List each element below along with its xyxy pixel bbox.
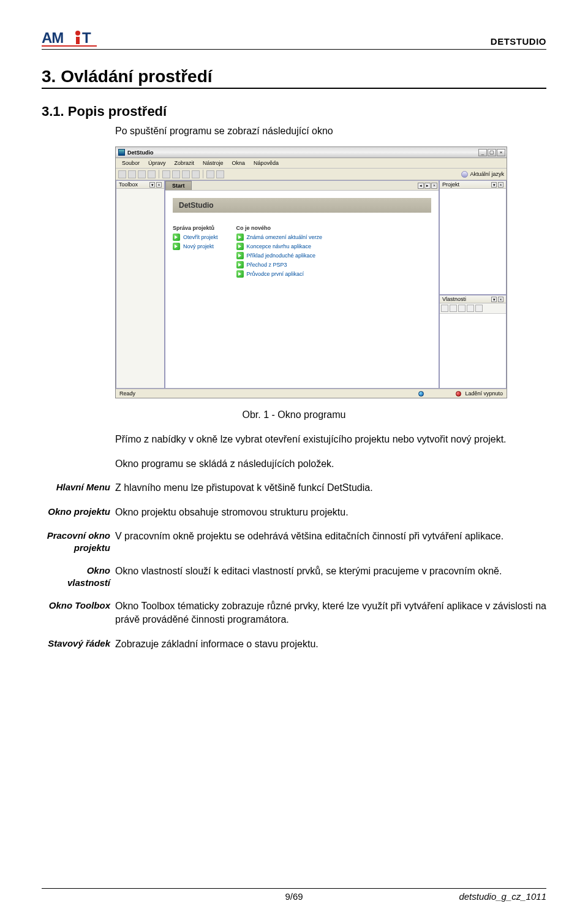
- toolbar-icon[interactable]: [216, 170, 224, 178]
- close-icon[interactable]: ×: [156, 182, 162, 188]
- menu-item[interactable]: Zobrazit: [171, 159, 198, 167]
- toolbox-body: [116, 189, 164, 388]
- window-title: DetStudio: [127, 150, 154, 156]
- definition-row: Pracovní okno projektu V pracovním okně …: [42, 530, 546, 553]
- toolbar-icon[interactable]: [450, 305, 457, 312]
- go-icon: [236, 270, 244, 278]
- close-button[interactable]: ×: [497, 149, 505, 156]
- definition-body: Z hlavního menu lze přistupovat k většin…: [115, 481, 546, 495]
- toolbar-icon[interactable]: [172, 170, 180, 178]
- menu-item[interactable]: Úpravy: [145, 159, 170, 167]
- tab-next-icon[interactable]: ▸: [424, 183, 431, 189]
- minimize-button[interactable]: _: [478, 149, 487, 156]
- toolbar-icon[interactable]: [458, 305, 466, 312]
- toolbar-icon[interactable]: [182, 170, 190, 178]
- window-titlebar: DetStudio _ ▢ ×: [116, 147, 507, 158]
- subsection-title: 3.1. Popis prostředí: [42, 104, 546, 120]
- toolbar-icon[interactable]: [441, 305, 448, 312]
- vlastnosti-body: [440, 314, 506, 388]
- news-link[interactable]: Průvodce první aplikací: [236, 270, 323, 278]
- go-icon: [236, 243, 244, 250]
- definitions: Hlavní Menu Z hlavního menu lze přistupo…: [42, 481, 546, 650]
- news-link[interactable]: Koncepce návrhu aplikace: [236, 243, 323, 250]
- status-debug: Ladění vypnuto: [465, 390, 503, 397]
- screenshot: DetStudio _ ▢ × Soubor Úpravy Zobrazit N…: [115, 146, 507, 398]
- toolbar-icon[interactable]: [118, 170, 126, 178]
- link-open-project[interactable]: Otevřít projekt: [173, 234, 218, 241]
- start-area: DetStudio Správa projektů Otevřít projek…: [165, 191, 439, 388]
- menu-item[interactable]: Nástroje: [199, 159, 227, 167]
- toolbar-icon[interactable]: [138, 170, 146, 178]
- close-icon[interactable]: ×: [498, 182, 503, 188]
- status-led-icon: [418, 391, 424, 397]
- language-label: Aktuální jazyk: [470, 171, 504, 177]
- definition-term: Stavový řádek: [42, 637, 115, 650]
- tab-close-icon[interactable]: ×: [431, 183, 437, 189]
- toolbox-panel: Toolbox ▾×: [116, 180, 165, 389]
- menu-item[interactable]: Soubor: [118, 159, 143, 167]
- right-column: Projekt ▾× Vlastnosti ▾×: [439, 180, 507, 389]
- separator: [203, 170, 203, 178]
- go-icon: [173, 243, 180, 250]
- tab-prev-icon[interactable]: ◂: [418, 183, 424, 189]
- definition-row: Hlavní Menu Z hlavního menu lze přistupo…: [42, 481, 546, 495]
- go-icon: [236, 234, 244, 241]
- language-indicator[interactable]: Aktuální jazyk: [461, 171, 504, 178]
- pin-icon[interactable]: ▾: [491, 182, 497, 188]
- pin-icon[interactable]: ▾: [149, 182, 155, 188]
- menu-item[interactable]: Okna: [228, 159, 249, 167]
- projekt-title: Projekt: [442, 181, 459, 188]
- page-footer: 9/69 detstudio_g_cz_1011: [42, 888, 546, 902]
- definition-term: Okno projektu: [42, 506, 115, 518]
- menu-item[interactable]: Nápověda: [250, 159, 282, 167]
- vlastnosti-title: Vlastnosti: [442, 296, 466, 302]
- toolbar-icon[interactable]: [162, 170, 170, 178]
- paragraph: Okno programu se skládá z následujících …: [115, 457, 546, 471]
- statusbar: Ready Ladění vypnuto: [116, 389, 507, 398]
- vlastnosti-panel: Vlastnosti ▾×: [439, 295, 507, 389]
- toolbar-icon[interactable]: [467, 305, 474, 312]
- tab-start[interactable]: Start: [165, 181, 192, 190]
- page-number: 9/69: [285, 891, 303, 902]
- svg-text:T: T: [82, 29, 91, 46]
- maximize-button[interactable]: ▢: [488, 149, 496, 156]
- news-link[interactable]: Příklad jednoduché aplikace: [236, 252, 323, 259]
- svg-text:AM: AM: [42, 29, 63, 46]
- link-new-project[interactable]: Nový projekt: [173, 243, 218, 250]
- paragraph: Přímo z nabídky v okně lze vybrat otevře…: [115, 433, 546, 446]
- close-icon[interactable]: ×: [498, 297, 503, 302]
- definition-row: Okno Toolbox Okno Toolbox tématicky zobr…: [42, 599, 546, 626]
- svg-rect-2: [76, 37, 80, 44]
- toolbar-icon[interactable]: [475, 305, 483, 312]
- definition-term: Pracovní okno projektu: [42, 530, 115, 553]
- app-icon: [118, 149, 125, 156]
- start-col-projects: Správa projektů Otevřít projekt Nový pro…: [173, 225, 218, 279]
- definition-row: Okno vlastností Okno vlastností slouží k…: [42, 565, 546, 588]
- status-left: Ready: [119, 390, 135, 397]
- news-link[interactable]: Přechod z PSP3: [236, 261, 323, 268]
- menubar: Soubor Úpravy Zobrazit Nástroje Okna Náp…: [116, 158, 507, 169]
- section-title: 3. Ovládání prostředí: [42, 67, 546, 86]
- page-header: AM T DETSTUDIO: [42, 29, 546, 50]
- toolbox-title: Toolbox: [119, 181, 138, 188]
- toolbar-icon[interactable]: [206, 170, 214, 178]
- svg-point-1: [75, 31, 80, 36]
- toolbar: Aktuální jazyk: [116, 169, 507, 180]
- definition-body: Okno vlastností slouží k editaci vlastno…: [115, 565, 546, 578]
- doc-name: DETSTUDIO: [491, 36, 546, 47]
- toolbar-icon[interactable]: [148, 170, 156, 178]
- news-link[interactable]: Známá omezení aktuální verze: [236, 234, 323, 241]
- col-title: Správa projektů: [173, 225, 218, 231]
- tabstrip: Start ◂ ▸ ×: [165, 181, 439, 191]
- brand-bar: DetStudio: [173, 198, 431, 213]
- debug-off-led-icon: [456, 391, 461, 397]
- separator: [159, 170, 159, 178]
- definition-term: Okno vlastností: [42, 565, 115, 588]
- toolbar-icon[interactable]: [192, 170, 200, 178]
- intro-text: Po spuštění programu se zobrazí následuj…: [115, 126, 546, 137]
- pin-icon[interactable]: ▾: [491, 297, 497, 302]
- definition-body: Zobrazuje základní informace o stavu pro…: [115, 637, 546, 651]
- vlastnosti-toolbar: [440, 303, 506, 314]
- definition-row: Okno projektu Okno projektu obsahuje str…: [42, 506, 546, 519]
- toolbar-icon[interactable]: [128, 170, 136, 178]
